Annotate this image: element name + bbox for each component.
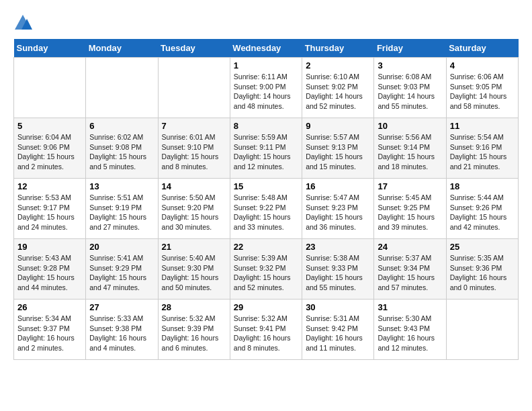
calendar-week-1: 1Sunrise: 6:11 AM Sunset: 9:00 PM Daylig…	[14, 58, 519, 118]
day-number: 29	[234, 302, 298, 312]
day-info: Sunrise: 5:40 AM Sunset: 9:30 PM Dayligh…	[162, 253, 226, 293]
day-info: Sunrise: 5:45 AM Sunset: 9:25 PM Dayligh…	[378, 193, 442, 232]
calendar-cell: 31Sunrise: 5:30 AM Sunset: 9:43 PM Dayli…	[374, 300, 446, 360]
calendar-cell: 20Sunrise: 5:41 AM Sunset: 9:29 PM Dayli…	[86, 239, 158, 300]
day-number: 3	[378, 60, 442, 71]
day-info: Sunrise: 5:59 AM Sunset: 9:11 PM Dayligh…	[234, 132, 298, 172]
calendar-cell	[158, 58, 230, 118]
calendar-cell: 25Sunrise: 5:35 AM Sunset: 9:36 PM Dayli…	[446, 239, 518, 300]
calendar-week-3: 12Sunrise: 5:53 AM Sunset: 9:17 PM Dayli…	[14, 179, 519, 239]
day-info: Sunrise: 6:08 AM Sunset: 9:03 PM Dayligh…	[378, 72, 442, 111]
page-header	[13, 13, 519, 32]
calendar-cell: 6Sunrise: 6:02 AM Sunset: 9:08 PM Daylig…	[86, 118, 158, 179]
day-number: 1	[234, 60, 298, 71]
day-info: Sunrise: 5:34 AM Sunset: 9:37 PM Dayligh…	[17, 314, 82, 353]
day-number: 5	[17, 121, 82, 131]
calendar-cell: 23Sunrise: 5:38 AM Sunset: 9:33 PM Dayli…	[302, 239, 374, 300]
calendar-cell	[86, 58, 158, 118]
calendar-week-2: 5Sunrise: 6:04 AM Sunset: 9:06 PM Daylig…	[14, 118, 519, 179]
calendar-cell: 19Sunrise: 5:43 AM Sunset: 9:28 PM Dayli…	[14, 239, 86, 300]
calendar-cell: 10Sunrise: 5:56 AM Sunset: 9:14 PM Dayli…	[374, 118, 446, 179]
day-number: 4	[450, 60, 515, 71]
day-number: 14	[162, 181, 226, 191]
calendar-week-5: 26Sunrise: 5:34 AM Sunset: 9:37 PM Dayli…	[14, 300, 519, 360]
calendar-cell: 30Sunrise: 5:31 AM Sunset: 9:42 PM Dayli…	[302, 300, 374, 360]
day-number: 31	[378, 302, 442, 312]
calendar-table: SundayMondayTuesdayWednesdayThursdayFrid…	[13, 39, 519, 360]
day-number: 11	[450, 121, 515, 131]
dow-header-saturday: Saturday	[446, 39, 518, 58]
day-info: Sunrise: 5:57 AM Sunset: 9:13 PM Dayligh…	[306, 132, 370, 172]
calendar-cell: 8Sunrise: 5:59 AM Sunset: 9:11 PM Daylig…	[230, 118, 302, 179]
calendar-cell: 24Sunrise: 5:37 AM Sunset: 9:34 PM Dayli…	[374, 239, 446, 300]
calendar-cell: 18Sunrise: 5:44 AM Sunset: 9:26 PM Dayli…	[446, 179, 518, 239]
day-info: Sunrise: 5:33 AM Sunset: 9:38 PM Dayligh…	[89, 314, 154, 353]
day-number: 22	[234, 242, 298, 252]
day-info: Sunrise: 5:56 AM Sunset: 9:14 PM Dayligh…	[378, 132, 442, 172]
calendar-cell: 4Sunrise: 6:06 AM Sunset: 9:05 PM Daylig…	[446, 58, 518, 118]
calendar-cell: 9Sunrise: 5:57 AM Sunset: 9:13 PM Daylig…	[302, 118, 374, 179]
day-info: Sunrise: 6:04 AM Sunset: 9:06 PM Dayligh…	[17, 132, 82, 172]
dow-header-friday: Friday	[374, 39, 446, 58]
calendar-cell: 14Sunrise: 5:50 AM Sunset: 9:20 PM Dayli…	[158, 179, 230, 239]
calendar-cell: 16Sunrise: 5:47 AM Sunset: 9:23 PM Dayli…	[302, 179, 374, 239]
calendar-cell: 28Sunrise: 5:32 AM Sunset: 9:39 PM Dayli…	[158, 300, 230, 360]
day-info: Sunrise: 5:35 AM Sunset: 9:36 PM Dayligh…	[450, 253, 515, 293]
day-number: 20	[89, 242, 154, 252]
day-number: 18	[450, 181, 515, 191]
logo	[13, 13, 35, 32]
calendar-cell: 7Sunrise: 6:01 AM Sunset: 9:10 PM Daylig…	[158, 118, 230, 179]
dow-header-tuesday: Tuesday	[158, 39, 230, 58]
day-number: 15	[234, 181, 298, 191]
day-number: 12	[17, 181, 82, 191]
day-number: 19	[17, 242, 82, 252]
day-info: Sunrise: 5:30 AM Sunset: 9:43 PM Dayligh…	[378, 314, 442, 353]
day-number: 27	[89, 302, 154, 312]
dow-header-sunday: Sunday	[14, 39, 86, 58]
day-info: Sunrise: 5:51 AM Sunset: 9:19 PM Dayligh…	[89, 193, 154, 232]
calendar-cell: 1Sunrise: 6:11 AM Sunset: 9:00 PM Daylig…	[230, 58, 302, 118]
day-info: Sunrise: 5:47 AM Sunset: 9:23 PM Dayligh…	[306, 193, 370, 232]
day-info: Sunrise: 5:53 AM Sunset: 9:17 PM Dayligh…	[17, 193, 82, 232]
calendar-cell	[14, 58, 86, 118]
day-info: Sunrise: 5:32 AM Sunset: 9:41 PM Dayligh…	[234, 314, 298, 353]
day-info: Sunrise: 5:48 AM Sunset: 9:22 PM Dayligh…	[234, 193, 298, 232]
day-number: 10	[378, 121, 442, 131]
calendar-cell	[446, 300, 518, 360]
calendar-week-4: 19Sunrise: 5:43 AM Sunset: 9:28 PM Dayli…	[14, 239, 519, 300]
calendar-cell: 17Sunrise: 5:45 AM Sunset: 9:25 PM Dayli…	[374, 179, 446, 239]
day-info: Sunrise: 5:54 AM Sunset: 9:16 PM Dayligh…	[450, 132, 515, 172]
day-number: 9	[306, 121, 370, 131]
day-number: 28	[162, 302, 226, 312]
day-info: Sunrise: 6:10 AM Sunset: 9:02 PM Dayligh…	[306, 72, 370, 111]
day-number: 23	[306, 242, 370, 252]
calendar-cell: 5Sunrise: 6:04 AM Sunset: 9:06 PM Daylig…	[14, 118, 86, 179]
day-info: Sunrise: 5:39 AM Sunset: 9:32 PM Dayligh…	[234, 253, 298, 293]
day-number: 13	[89, 181, 154, 191]
calendar-cell: 11Sunrise: 5:54 AM Sunset: 9:16 PM Dayli…	[446, 118, 518, 179]
calendar-cell: 13Sunrise: 5:51 AM Sunset: 9:19 PM Dayli…	[86, 179, 158, 239]
day-number: 6	[89, 121, 154, 131]
day-info: Sunrise: 5:37 AM Sunset: 9:34 PM Dayligh…	[378, 253, 442, 293]
day-number: 25	[450, 242, 515, 252]
day-number: 7	[162, 121, 226, 131]
dow-header-wednesday: Wednesday	[230, 39, 302, 58]
day-info: Sunrise: 5:41 AM Sunset: 9:29 PM Dayligh…	[89, 253, 154, 293]
day-number: 26	[17, 302, 82, 312]
day-info: Sunrise: 5:38 AM Sunset: 9:33 PM Dayligh…	[306, 253, 370, 293]
calendar-cell: 27Sunrise: 5:33 AM Sunset: 9:38 PM Dayli…	[86, 300, 158, 360]
day-info: Sunrise: 6:06 AM Sunset: 9:05 PM Dayligh…	[450, 72, 515, 111]
day-info: Sunrise: 5:44 AM Sunset: 9:26 PM Dayligh…	[450, 193, 515, 232]
calendar-cell: 15Sunrise: 5:48 AM Sunset: 9:22 PM Dayli…	[230, 179, 302, 239]
logo-icon	[13, 13, 32, 32]
day-info: Sunrise: 6:02 AM Sunset: 9:08 PM Dayligh…	[89, 132, 154, 172]
calendar-cell: 3Sunrise: 6:08 AM Sunset: 9:03 PM Daylig…	[374, 58, 446, 118]
calendar-cell: 12Sunrise: 5:53 AM Sunset: 9:17 PM Dayli…	[14, 179, 86, 239]
day-info: Sunrise: 5:31 AM Sunset: 9:42 PM Dayligh…	[306, 314, 370, 353]
calendar-cell: 26Sunrise: 5:34 AM Sunset: 9:37 PM Dayli…	[14, 300, 86, 360]
day-number: 16	[306, 181, 370, 191]
calendar-cell: 29Sunrise: 5:32 AM Sunset: 9:41 PM Dayli…	[230, 300, 302, 360]
calendar-cell: 22Sunrise: 5:39 AM Sunset: 9:32 PM Dayli…	[230, 239, 302, 300]
day-number: 21	[162, 242, 226, 252]
day-number: 2	[306, 60, 370, 71]
